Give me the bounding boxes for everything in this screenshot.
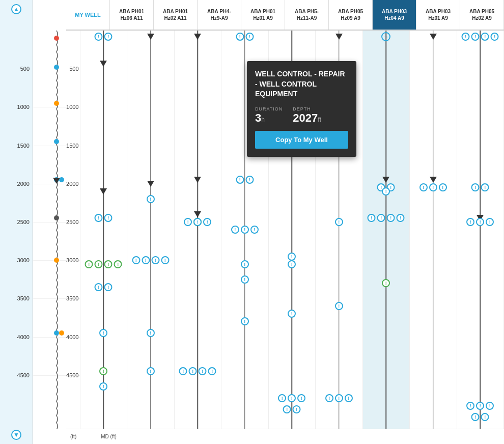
event-group-aba-ph4-hz9-1 (194, 177, 201, 183)
excl-marker[interactable]: ! (288, 253, 296, 261)
excl-marker[interactable]: ! (241, 226, 249, 234)
excl-marker[interactable]: ! (419, 183, 428, 191)
excl-marker[interactable]: ! (104, 260, 113, 268)
excl-marker[interactable]: ! (481, 33, 489, 41)
excl-marker[interactable]: ! (203, 218, 211, 226)
excl-marker[interactable]: ! (236, 176, 244, 184)
excl-marker[interactable]: ! (104, 33, 113, 41)
well-dot-8[interactable] (54, 330, 59, 336)
excl-marker[interactable]: ! (99, 382, 107, 391)
well-dot-9[interactable] (59, 330, 64, 336)
well-dot-1[interactable] (54, 65, 59, 70)
event-group-aba-ph01-hz01-2: !!! (231, 226, 259, 234)
excl-marker[interactable]: ! (476, 402, 484, 410)
chart-area: MY WELLABA PH01Hz06 A11ABA PH01Hz02 A11A… (33, 0, 504, 444)
event-group-aba-ph4-hz9-4: !!! (183, 218, 212, 226)
excl-marker[interactable]: ! (335, 302, 343, 310)
arrow-circle-marker[interactable]: → (381, 32, 390, 41)
excl-marker[interactable]: ! (491, 33, 499, 41)
excl-marker[interactable]: ! (471, 413, 480, 421)
excl-marker[interactable]: ! (184, 218, 192, 226)
excl-marker[interactable]: ! (439, 183, 447, 191)
excl-marker[interactable]: ! (189, 367, 197, 375)
excl-marker[interactable]: ! (293, 405, 301, 413)
excl-marker[interactable]: ! (245, 176, 254, 184)
excl-marker[interactable]: ! (99, 367, 107, 375)
excl-marker[interactable]: ! (283, 405, 291, 413)
excl-marker[interactable]: ! (208, 367, 216, 375)
excl-marker[interactable]: ! (161, 256, 169, 264)
excl-marker[interactable]: ! (382, 279, 390, 287)
excl-marker[interactable]: ! (486, 402, 494, 410)
excl-marker[interactable]: ! (147, 195, 155, 203)
depth-label-2500: 2500 (17, 219, 30, 225)
scroll-up-button[interactable]: ▲ (11, 4, 21, 14)
excl-marker[interactable]: ! (95, 33, 103, 41)
excl-marker[interactable]: ! (429, 183, 437, 191)
excl-marker[interactable]: ! (325, 394, 333, 402)
excl-marker[interactable]: ! (288, 260, 296, 268)
footer-unit-label: (ft) (66, 434, 76, 439)
excl-marker[interactable]: ! (471, 183, 480, 191)
footer-md-label: MD (ft) (97, 434, 117, 439)
excl-marker[interactable]: ! (85, 260, 93, 268)
excl-marker[interactable]: ! (236, 33, 244, 41)
well-dot-3[interactable] (54, 139, 59, 144)
excl-marker[interactable]: ! (95, 283, 103, 291)
excl-marker[interactable]: ! (481, 413, 489, 421)
event-group-aba-ph01-hz01-5: ! (240, 317, 249, 325)
excl-marker[interactable]: ! (104, 214, 113, 222)
well-dot-0[interactable] (54, 36, 59, 41)
excl-marker[interactable]: ! (104, 283, 113, 291)
triangle-marker (430, 34, 437, 40)
excl-marker[interactable]: ! (99, 329, 107, 337)
excl-marker[interactable]: ! (335, 394, 343, 402)
excl-marker[interactable]: ! (132, 256, 140, 264)
excl-marker[interactable]: ! (476, 218, 484, 226)
excl-marker[interactable]: ! (179, 367, 187, 375)
excl-marker[interactable]: ! (466, 402, 474, 410)
excl-marker[interactable]: ! (278, 394, 286, 402)
event-group-aba-ph01-hz01-1: !! (235, 176, 254, 184)
event-group-aba-ph03-hz04-4: !!!! (367, 214, 405, 222)
excl-marker[interactable]: ! (486, 218, 494, 226)
excl-marker[interactable]: ! (288, 394, 296, 402)
excl-marker[interactable]: ! (95, 260, 103, 268)
excl-marker[interactable]: ! (151, 256, 159, 264)
excl-marker[interactable]: ! (462, 33, 470, 41)
excl-marker[interactable]: ! (466, 218, 474, 226)
excl-marker[interactable]: ! (245, 33, 254, 41)
excl-marker[interactable]: ! (387, 214, 395, 222)
well-dot-6[interactable] (54, 215, 59, 220)
excl-marker[interactable]: ! (142, 256, 150, 264)
excl-marker[interactable]: ! (335, 218, 343, 226)
excl-marker[interactable]: ! (95, 214, 103, 222)
excl-marker[interactable]: ! (377, 214, 385, 222)
excl-marker[interactable]: ! (250, 226, 259, 234)
excl-marker[interactable]: ! (147, 367, 155, 375)
scroll-down-button[interactable]: ▼ (11, 430, 21, 440)
excl-marker[interactable]: ! (288, 310, 296, 318)
excl-marker[interactable]: ! (481, 183, 489, 191)
well-dot-7[interactable] (54, 258, 59, 263)
copy-to-my-well-button[interactable]: Copy To My Well (255, 131, 348, 149)
excl-marker[interactable]: ! (368, 214, 376, 222)
col-header-my-well: MY WELL (66, 0, 110, 30)
event-group-aba-ph03-hz04-0: → (381, 32, 390, 41)
excl-marker[interactable]: ! (345, 394, 353, 402)
event-group-aba-ph05-hz09-3: !!! (325, 394, 353, 402)
excl-marker[interactable]: ! (297, 394, 305, 402)
excl-marker[interactable]: ! (241, 317, 249, 325)
excl-marker[interactable]: ! (231, 226, 239, 234)
well-dot-2[interactable] (54, 101, 59, 106)
excl-marker[interactable]: ! (397, 214, 405, 222)
excl-marker[interactable]: ! (147, 329, 155, 337)
excl-marker[interactable]: ! (241, 260, 249, 268)
excl-marker[interactable]: ! (382, 187, 390, 196)
excl-marker[interactable]: ! (199, 367, 207, 375)
excl-marker[interactable]: ! (471, 33, 480, 41)
excl-marker[interactable]: ! (114, 260, 122, 268)
excl-marker[interactable]: ! (193, 218, 202, 226)
triangle-marker (335, 34, 343, 40)
excl-marker[interactable]: ! (241, 275, 249, 284)
